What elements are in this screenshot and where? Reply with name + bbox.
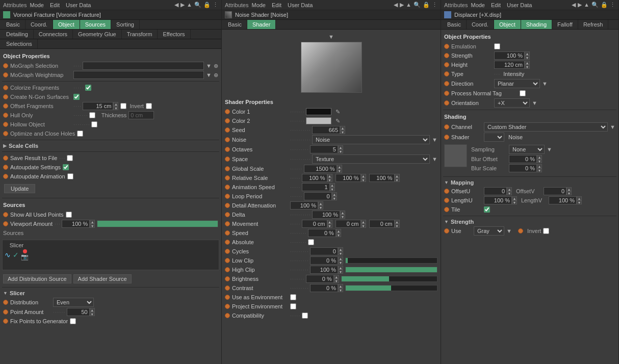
anim-speed-spin[interactable]: ▲ ▼ bbox=[330, 183, 335, 191]
use-dot[interactable] bbox=[444, 228, 449, 233]
loop-input[interactable] bbox=[304, 192, 332, 200]
cycles-dot[interactable] bbox=[225, 249, 230, 254]
use-env-dot[interactable] bbox=[225, 295, 230, 300]
anim-speed-down[interactable]: ▼ bbox=[330, 187, 335, 191]
process-dot[interactable] bbox=[444, 91, 449, 96]
point-spin[interactable]: ▲ ▼ bbox=[90, 308, 95, 316]
autoupdate-anim-dot[interactable] bbox=[3, 174, 8, 179]
offsetV-up[interactable]: ▲ bbox=[566, 187, 572, 191]
space-arrow[interactable]: ▼ bbox=[432, 156, 437, 162]
rel-y-down[interactable]: ▼ bbox=[361, 178, 366, 182]
space-dot[interactable] bbox=[225, 157, 230, 162]
tab-geometry-glue[interactable]: Geometry Glue bbox=[73, 30, 122, 39]
emulation-check[interactable] bbox=[494, 43, 500, 49]
high-clip-input[interactable] bbox=[310, 266, 338, 274]
use-select[interactable]: Gray bbox=[474, 226, 504, 236]
blur-offset-down[interactable]: ▼ bbox=[537, 159, 542, 163]
blur-offset-input[interactable] bbox=[509, 155, 537, 163]
contrast-spin[interactable]: ▲ ▼ bbox=[338, 284, 343, 292]
show-all-dot[interactable] bbox=[3, 212, 8, 217]
nav-forward-icon[interactable]: ▶ bbox=[180, 2, 185, 8]
nav-up-icon[interactable]: ▲ bbox=[187, 2, 192, 8]
color1-dot[interactable] bbox=[225, 109, 230, 114]
lengthU-spin[interactable]: ▲ ▼ bbox=[512, 196, 517, 204]
contrast-input[interactable] bbox=[310, 284, 338, 292]
rel-z-up[interactable]: ▲ bbox=[395, 174, 400, 178]
tab-detailing[interactable]: Detailing bbox=[1, 30, 34, 39]
mograph-sel-input[interactable] bbox=[83, 62, 204, 70]
rel-z-input[interactable] bbox=[369, 174, 395, 182]
mov-y-input[interactable] bbox=[336, 220, 361, 228]
right-nav-forward[interactable]: ▶ bbox=[578, 2, 582, 8]
mograph-sel-dot[interactable] bbox=[3, 63, 8, 68]
offsetU-down[interactable]: ▼ bbox=[507, 191, 512, 195]
speed-spin[interactable]: ▲ ▼ bbox=[336, 229, 341, 237]
viewport-spin[interactable]: ▲ ▼ bbox=[90, 220, 95, 228]
cycles-down[interactable]: ▼ bbox=[338, 251, 343, 255]
delta-spin[interactable]: ▲ ▼ bbox=[340, 211, 345, 219]
right-menu-mode[interactable]: Mode bbox=[471, 2, 485, 8]
right-tab-shading[interactable]: Shading bbox=[521, 20, 552, 29]
blur-scale-up[interactable]: ▲ bbox=[537, 164, 542, 168]
anim-speed-up[interactable]: ▲ bbox=[330, 183, 335, 187]
rel-y-up[interactable]: ▲ bbox=[361, 174, 366, 178]
right-nav-up[interactable]: ▲ bbox=[584, 2, 589, 8]
color2-eyedrop[interactable]: ✎ bbox=[336, 118, 340, 124]
more-icon[interactable]: ⋮ bbox=[213, 2, 218, 8]
project-env-check[interactable] bbox=[290, 303, 296, 309]
noise-select[interactable]: Noise bbox=[312, 135, 430, 144]
detail-up[interactable]: ▲ bbox=[318, 201, 323, 205]
tile-dot[interactable] bbox=[444, 207, 449, 212]
show-all-check[interactable] bbox=[66, 212, 72, 218]
delta-input[interactable] bbox=[312, 211, 340, 219]
offset-input[interactable] bbox=[83, 102, 113, 110]
rel-x-input[interactable] bbox=[302, 174, 327, 182]
seed-input[interactable] bbox=[312, 126, 340, 134]
mograph-sel-icon[interactable]: ⊕ bbox=[214, 63, 218, 69]
point-down[interactable]: ▼ bbox=[90, 312, 95, 316]
anim-speed-input[interactable] bbox=[302, 183, 330, 191]
compat-dot[interactable] bbox=[225, 313, 230, 318]
point-dot[interactable] bbox=[3, 309, 8, 315]
high-clip-up[interactable]: ▲ bbox=[338, 266, 343, 270]
mov-x-spin[interactable]: ▲ ▼ bbox=[327, 220, 332, 228]
tab-sorting[interactable]: Sorting bbox=[111, 20, 140, 29]
height-input[interactable] bbox=[494, 61, 525, 69]
seed-spin[interactable]: ▲ ▼ bbox=[340, 126, 345, 134]
octaves-up[interactable]: ▲ bbox=[338, 145, 343, 149]
right-tab-refresh[interactable]: Refresh bbox=[578, 20, 609, 29]
tab-effectors[interactable]: Effectors bbox=[158, 30, 190, 39]
shader-dot[interactable] bbox=[444, 135, 449, 140]
rel-scale-dot[interactable] bbox=[225, 175, 230, 180]
colorize-dot[interactable] bbox=[3, 85, 8, 90]
offsetU-dot[interactable] bbox=[444, 189, 449, 194]
use-arrow[interactable]: ▼ bbox=[506, 228, 512, 234]
loop-up[interactable]: ▲ bbox=[332, 192, 337, 196]
mid-nav-forward[interactable]: ▶ bbox=[400, 2, 404, 8]
mov-y-down[interactable]: ▼ bbox=[361, 224, 366, 228]
loop-spin[interactable]: ▲ ▼ bbox=[332, 192, 337, 200]
blur-scale-input[interactable] bbox=[509, 164, 537, 172]
offset-spin-arrows[interactable]: ▲ ▼ bbox=[113, 102, 118, 110]
cycles-spin[interactable]: ▲ ▼ bbox=[338, 247, 343, 255]
blur-scale-down[interactable]: ▼ bbox=[537, 168, 542, 172]
low-clip-up[interactable]: ▲ bbox=[338, 256, 343, 261]
save-check[interactable] bbox=[67, 155, 73, 161]
mid-lock[interactable]: 🔒 bbox=[423, 2, 430, 8]
mov-x-down[interactable]: ▼ bbox=[327, 224, 332, 228]
dist-dot[interactable] bbox=[3, 300, 8, 305]
contrast-down[interactable]: ▼ bbox=[338, 288, 343, 292]
direction-select[interactable]: Planar bbox=[494, 79, 540, 88]
slicer-section-header[interactable]: ▼ Slicer bbox=[2, 289, 219, 297]
low-clip-spin[interactable]: ▲ ▼ bbox=[338, 256, 343, 265]
tab-transform[interactable]: Transform bbox=[122, 30, 158, 39]
mov-x-up[interactable]: ▲ bbox=[327, 220, 332, 224]
brightness-input[interactable] bbox=[306, 275, 334, 283]
low-clip-input[interactable] bbox=[310, 256, 338, 265]
invert-strength-check[interactable] bbox=[543, 228, 549, 234]
delta-down[interactable]: ▼ bbox=[340, 215, 345, 219]
strength-section-header[interactable]: ▼ Strength bbox=[443, 218, 616, 226]
global-scale-spin[interactable]: ▲ ▼ bbox=[337, 165, 342, 173]
color1-swatch[interactable] bbox=[306, 108, 331, 115]
ngon-dot[interactable] bbox=[3, 94, 8, 99]
